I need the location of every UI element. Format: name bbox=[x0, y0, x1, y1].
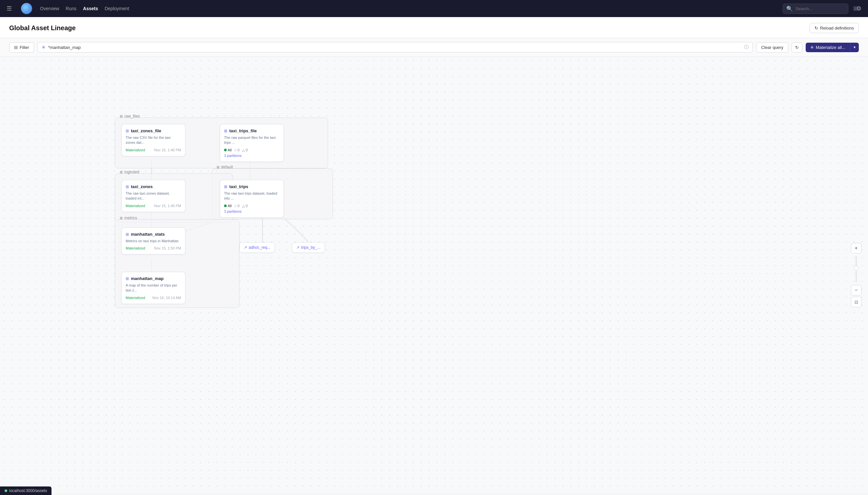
asset-name-5: manhattan_stats bbox=[131, 232, 165, 237]
asset-table-icon: ⊞ bbox=[126, 129, 129, 133]
logo bbox=[21, 3, 32, 14]
asset-desc-3: The raw taxi zones dataset, loaded int..… bbox=[126, 191, 181, 201]
nav-links: Overview Runs Assets Deployment bbox=[40, 5, 129, 13]
badge-all-2: All bbox=[224, 204, 232, 208]
external-icon: ↗ bbox=[244, 245, 247, 250]
asset-name-6: manhattan_map bbox=[131, 276, 164, 281]
asset-status-5: Materialized bbox=[126, 246, 145, 250]
materialize-dropdown-button[interactable]: ▾ bbox=[850, 43, 859, 52]
query-text: *manhattan_map bbox=[48, 45, 742, 50]
asset-name-3: taxi_zones bbox=[131, 184, 153, 189]
asset-desc-6: A map of the number of trips per taxi z.… bbox=[126, 283, 181, 293]
zoom-slider-thumb[interactable] bbox=[854, 266, 858, 271]
card-manhattan-map[interactable]: ⊞ manhattan_map A map of the number of t… bbox=[121, 272, 185, 304]
query-info-icon[interactable]: ⓘ bbox=[744, 44, 749, 50]
graph-container: ⊞ raw_files ⊞ default ⊞ ingested ⊞ metri… bbox=[0, 57, 868, 493]
hamburger-icon[interactable]: ☰ bbox=[6, 5, 12, 12]
asset-table-icon-4: ⊞ bbox=[224, 185, 227, 189]
group-metrics-icon: ⊞ bbox=[120, 216, 123, 220]
badge-error: △ 0 bbox=[242, 148, 248, 152]
asset-status: Materialized bbox=[126, 148, 145, 152]
nav-overview[interactable]: Overview bbox=[40, 5, 59, 13]
materialize-label: Materialize all... bbox=[816, 45, 845, 50]
zoom-slider-track bbox=[855, 256, 857, 282]
asset-status-3: Materialized bbox=[126, 204, 145, 208]
asset-table-icon-6: ⊞ bbox=[126, 276, 129, 281]
page-header: Global Asset Lineage ↻ Reload definition… bbox=[0, 17, 868, 38]
card-adhoc-req[interactable]: ↗ adhoc_req... bbox=[240, 242, 275, 253]
external-name: adhoc_req... bbox=[249, 245, 271, 250]
group-ingested-icon: ⊞ bbox=[120, 170, 123, 174]
group-raw-files-text: raw_files bbox=[124, 114, 140, 119]
asset-table-icon-2: ⊞ bbox=[224, 129, 227, 133]
reload-icon: ↻ bbox=[815, 25, 818, 31]
group-default-text: default bbox=[221, 165, 233, 169]
nav-runs[interactable]: Runs bbox=[66, 5, 76, 13]
toolbar: ⊟ Filter ✳ *manhattan_map ⓘ Clear query … bbox=[0, 38, 868, 57]
external-name-2: trips_by_... bbox=[301, 245, 320, 250]
query-bar[interactable]: ✳ *manhattan_map ⓘ bbox=[37, 42, 753, 52]
card-taxi-trips[interactable]: ⊞ taxi_trips The raw taxi trips dataset,… bbox=[220, 180, 284, 218]
status-bar: localhost:3000/assets bbox=[0, 487, 52, 493]
asset-desc-2: The raw parquet files for the taxi trips… bbox=[224, 135, 280, 146]
badge-dot-2 bbox=[224, 205, 227, 207]
asset-table-icon-3: ⊞ bbox=[126, 185, 129, 189]
nav-deployment[interactable]: Deployment bbox=[105, 5, 129, 13]
reload-label: Reload definitions bbox=[820, 25, 854, 31]
query-icon: ✳ bbox=[42, 45, 46, 50]
search-icon: 🔍 bbox=[786, 5, 793, 12]
asset-date-5: Nov 15, 1:50 PM bbox=[154, 246, 181, 250]
partitions-label-2: 3 partitions bbox=[224, 209, 280, 214]
page-title: Global Asset Lineage bbox=[9, 24, 76, 32]
partitions-label: 3 partitions bbox=[224, 154, 280, 157]
search-input[interactable] bbox=[796, 6, 851, 11]
zoom-in-button[interactable]: + bbox=[851, 243, 862, 253]
asset-date: Nov 15, 1:46 PM bbox=[154, 148, 181, 152]
badge-warn-2: ○ 0 bbox=[234, 204, 240, 208]
asset-date-6: Nov 16, 10:14 AM bbox=[153, 296, 181, 300]
asset-table-icon-5: ⊞ bbox=[126, 232, 129, 237]
badge-error-2: △ 0 bbox=[242, 204, 248, 208]
group-ingested-label: ⊞ ingested bbox=[120, 170, 139, 174]
refresh-button[interactable]: ↻ bbox=[792, 42, 802, 52]
badge-all: All bbox=[224, 148, 232, 152]
materialize-icon: ✳ bbox=[810, 45, 814, 50]
asset-name-4: taxi_trips bbox=[229, 184, 248, 189]
asset-desc: The raw CSV file for the taxi zones dat.… bbox=[126, 135, 181, 146]
card-trips-by[interactable]: ↗ trips_by_... bbox=[292, 242, 325, 253]
topnav: ☰ Overview Runs Assets Deployment 🔍 / ⚙ bbox=[0, 0, 868, 17]
filter-label: Filter bbox=[20, 45, 29, 50]
nav-assets[interactable]: Assets bbox=[83, 5, 98, 13]
group-metrics-text: metrics bbox=[124, 216, 137, 220]
filter-icon: ⊟ bbox=[14, 45, 18, 50]
zoom-out-button[interactable]: − bbox=[851, 285, 862, 295]
group-default-label: ⊞ default bbox=[216, 165, 233, 169]
zoom-fit-button[interactable]: ⊡ bbox=[851, 297, 862, 307]
clear-query-button[interactable]: Clear query bbox=[756, 42, 788, 52]
group-ingested-text: ingested bbox=[124, 170, 139, 174]
canvas: ⊞ raw_files ⊞ default ⊞ ingested ⊞ metri… bbox=[0, 57, 868, 493]
materialize-button[interactable]: ✳ Materialize all... bbox=[806, 43, 850, 52]
status-url: localhost:3000/assets bbox=[9, 489, 47, 493]
settings-icon[interactable]: ⚙ bbox=[856, 5, 862, 12]
card-taxi-zones[interactable]: ⊞ taxi_zones The raw taxi zones dataset,… bbox=[121, 180, 185, 212]
asset-name-2: taxi_trips_file bbox=[229, 129, 257, 133]
external-icon-2: ↗ bbox=[296, 245, 300, 250]
card-taxi-trips-file[interactable]: ⊞ taxi_trips_file The raw parquet files … bbox=[220, 124, 284, 162]
group-default-icon: ⊞ bbox=[216, 165, 219, 169]
badge-dot bbox=[224, 149, 227, 151]
group-icon: ⊞ bbox=[120, 114, 123, 119]
group-metrics-label: ⊞ metrics bbox=[120, 216, 137, 220]
badge-warn: ○ 0 bbox=[234, 148, 240, 152]
asset-name: taxi_zones_file bbox=[131, 129, 161, 133]
search-bar: 🔍 / bbox=[783, 4, 848, 14]
filter-button[interactable]: ⊟ Filter bbox=[9, 42, 34, 52]
zoom-controls: + − ⊡ bbox=[851, 243, 862, 307]
group-raw-files-label: ⊞ raw_files bbox=[120, 114, 140, 119]
asset-status-6: Materialized bbox=[126, 296, 145, 300]
materialize-button-group: ✳ Materialize all... ▾ bbox=[806, 43, 859, 52]
asset-date-3: Nov 15, 1:46 PM bbox=[154, 204, 181, 208]
card-taxi-zones-file[interactable]: ⊞ taxi_zones_file The raw CSV file for t… bbox=[121, 124, 185, 156]
reload-button[interactable]: ↻ Reload definitions bbox=[810, 23, 859, 33]
card-manhattan-stats[interactable]: ⊞ manhattan_stats Metrics on taxi trips … bbox=[121, 227, 185, 254]
